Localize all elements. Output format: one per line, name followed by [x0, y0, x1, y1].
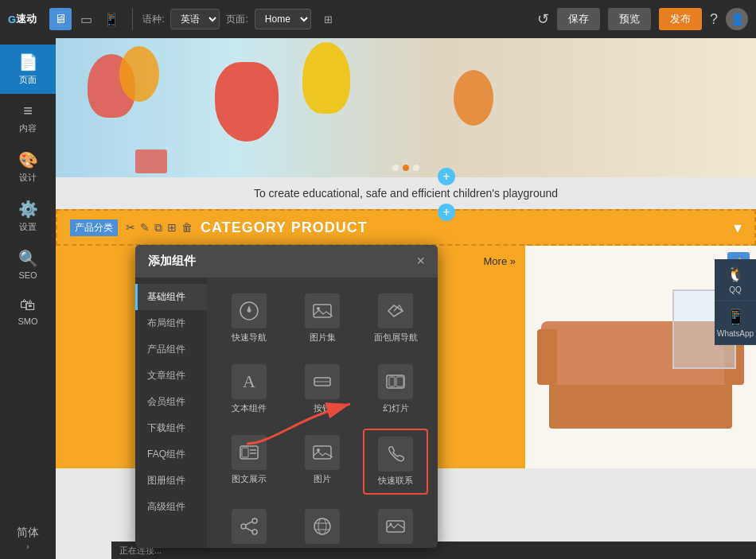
modal-sidebar-advanced[interactable]: 高级组件 — [135, 494, 207, 520]
sidebar-item-smo[interactable]: 🛍 SMO — [0, 288, 56, 334]
modal-sidebar-article[interactable]: 文章组件 — [135, 363, 207, 389]
grid-btn[interactable]: ⊞ — [318, 8, 340, 30]
help-btn[interactable]: ? — [710, 11, 718, 28]
modal-sidebar-member[interactable]: 会员组件 — [135, 389, 207, 415]
edit-icon[interactable]: ✎ — [140, 221, 150, 234]
dot3[interactable] — [413, 165, 419, 171]
sidebar-item-content[interactable]: ≡ 内容 — [0, 94, 56, 142]
sidebar-item-settings[interactable]: ⚙️ 设置 — [0, 192, 56, 241]
canvas-area: + To create educational, safe and effici… — [56, 38, 756, 559]
language-icon — [305, 509, 340, 544]
seo-icon: 🔍 — [18, 249, 38, 268]
grid-icon[interactable]: ⊞ — [167, 221, 177, 234]
undo-btn[interactable]: ↺ — [537, 10, 549, 28]
page-label: 页面: — [226, 13, 247, 26]
modal-components-grid: 快速导航 图片集 面包屑导航 — [207, 278, 438, 548]
breadcrumb-label: 面包屑导航 — [374, 332, 418, 344]
svg-point-23 — [318, 518, 326, 534]
modal-sidebar-product[interactable]: 产品组件 — [135, 336, 207, 363]
component-breadcrumb[interactable]: 面包屑导航 — [363, 287, 428, 350]
image-icon — [305, 435, 340, 470]
component-text[interactable]: A 文本组件 — [216, 358, 282, 421]
quick-nav-label: 快速导航 — [232, 332, 267, 344]
sidebar-item-design[interactable]: 🎨 设计 — [0, 142, 56, 192]
imagetext-label: 图文展示 — [232, 473, 267, 485]
sidebar-item-label: 内容 — [19, 122, 37, 134]
svg-point-19 — [252, 530, 257, 534]
sofa-container — [541, 285, 740, 429]
component-scrollimage[interactable]: 滚动图片 — [363, 503, 428, 548]
modal-sidebar-album[interactable]: 图册组件 — [135, 468, 207, 494]
quick-nav-icon — [232, 293, 267, 328]
lang-select[interactable]: 英语 — [170, 9, 220, 29]
settings-icon: ⚙️ — [18, 200, 38, 219]
component-imagetext[interactable]: 图文展示 — [216, 429, 282, 495]
mobile-btn[interactable]: 📱 — [100, 8, 123, 30]
lang-icon: 简体 — [17, 526, 39, 540]
component-gallery[interactable]: 图片集 — [290, 287, 355, 350]
component-share[interactable]: 分享 — [216, 503, 282, 548]
dot2[interactable] — [403, 165, 409, 171]
whatsapp-btn[interactable]: 📱 WhatsApp — [715, 301, 756, 345]
text-label: 文本组件 — [232, 402, 267, 414]
design-icon: 🎨 — [18, 150, 38, 169]
modal-sidebar-faq[interactable]: FAQ组件 — [135, 441, 207, 468]
copy-icon[interactable]: ⧉ — [154, 221, 162, 235]
button-icon — [305, 364, 340, 399]
sidebar-item-seo[interactable]: 🔍 SEO — [0, 241, 56, 288]
component-contact[interactable]: 快速联系 — [363, 429, 428, 495]
modal-header: 添加组件 × — [135, 245, 438, 278]
save-btn[interactable]: 保存 — [557, 8, 600, 30]
avatar[interactable]: 👤 — [726, 8, 748, 30]
modal-sidebar-basic[interactable]: 基础组件 — [135, 284, 207, 310]
preview-btn[interactable]: 预览 — [608, 8, 651, 30]
sidebar-item-label: 页面 — [19, 74, 37, 86]
component-button[interactable]: 按钮 — [290, 358, 355, 421]
more-btn[interactable]: More » — [484, 255, 516, 267]
toy-yellow — [302, 42, 350, 114]
scrollimage-icon — [378, 509, 413, 544]
svg-point-4 — [317, 307, 320, 310]
smo-icon: 🛍 — [20, 296, 36, 314]
component-quick-nav[interactable]: 快速导航 — [216, 287, 282, 350]
component-language[interactable]: 语言栏 — [290, 503, 355, 548]
qq-btn[interactable]: 🐧 QQ — [715, 259, 756, 301]
tablet-btn[interactable]: ▭ — [75, 8, 97, 30]
toy-orange2 — [454, 70, 493, 126]
add-section-btn-top[interactable]: + — [438, 168, 455, 185]
sidebar-item-lang[interactable]: 简体 › — [0, 518, 56, 559]
whatsapp-icon: 📱 — [726, 308, 746, 327]
slideshow-label: 幻灯片 — [383, 402, 409, 414]
whatsapp-label: WhatsApp — [717, 329, 754, 338]
modal-box: 添加组件 × 基础组件 布局组件 产品组件 文章组件 会员组件 下载组件 FAQ… — [135, 245, 438, 548]
component-slideshow[interactable]: 幻灯片 — [363, 358, 428, 421]
tagline-section: To create educational, safe and efficien… — [56, 177, 756, 209]
tagline-text: To create educational, safe and efficien… — [254, 187, 558, 200]
component-image[interactable]: 图片 — [290, 429, 355, 495]
lang-label: 语种: — [142, 13, 164, 26]
contact-icon — [378, 437, 413, 472]
publish-btn[interactable]: 发布 — [659, 8, 702, 30]
gallery-label: 图片集 — [310, 332, 336, 344]
sidebar-item-page[interactable]: 📄 页面 — [0, 45, 56, 94]
svg-point-17 — [252, 518, 257, 523]
dot1[interactable] — [392, 165, 399, 171]
share-icon — [232, 509, 267, 544]
modal-sidebar-download[interactable]: 下载组件 — [135, 415, 207, 441]
desktop-btn[interactable]: 🖥 — [49, 8, 72, 30]
svg-rect-10 — [396, 377, 403, 386]
modal-sidebar-layout[interactable]: 布局组件 — [135, 310, 207, 336]
add-section-btn-bottom[interactable]: + — [438, 204, 455, 221]
modal-close-btn[interactable]: × — [416, 253, 425, 270]
svg-point-2 — [247, 309, 251, 312]
page-select[interactable]: Home — [255, 9, 311, 29]
svg-point-27 — [390, 523, 392, 526]
text-icon: A — [232, 364, 267, 399]
cut-icon[interactable]: ✂ — [126, 221, 135, 234]
scrollimage-label: 滚动图片 — [378, 547, 413, 548]
hero-dots — [392, 165, 419, 171]
delete-icon[interactable]: 🗑 — [181, 221, 193, 234]
page-icon: 📄 — [18, 52, 38, 72]
imagetext-icon — [232, 435, 267, 470]
logo: G速动 — [8, 12, 37, 26]
